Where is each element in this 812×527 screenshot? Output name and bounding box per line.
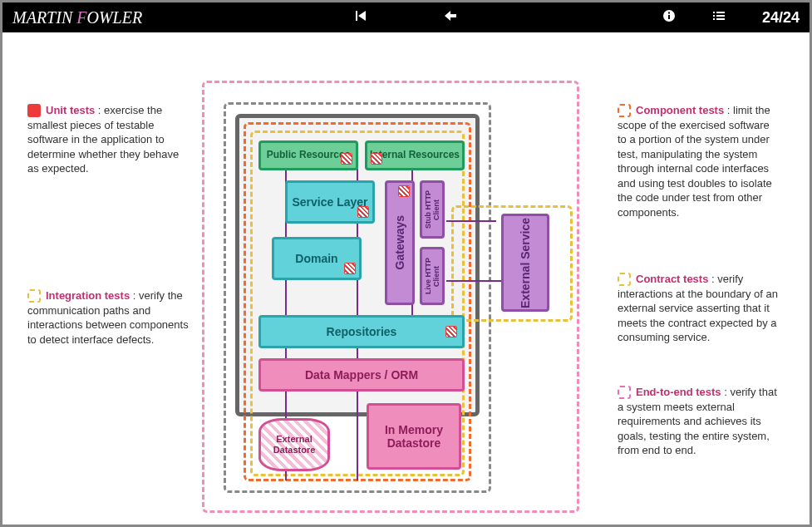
legend-unit-title: Unit tests	[46, 104, 95, 116]
topbar: MARTIN FOWLER 24/24	[2, 2, 810, 32]
page: MARTIN FOWLER 24/24 Unit tests : exercis…	[2, 2, 810, 525]
legend-e2e-title: End-to-end tests	[636, 386, 721, 398]
legend-contract-title: Contract tests	[636, 273, 708, 285]
label-gateways: Gateways	[393, 215, 406, 269]
box-domain: Domain	[272, 237, 362, 280]
brand-part-f: F	[76, 8, 86, 27]
box-in-memory: In Memory Datastore	[367, 403, 461, 470]
legend-contract: Contract tests : verify interactions at …	[618, 272, 780, 345]
legend-component-desc: : limit the scope of the exercised softw…	[618, 104, 772, 219]
swatch-integration-icon	[27, 289, 41, 303]
label-repositories: Repositories	[327, 325, 397, 338]
box-repositories: Repositories	[258, 315, 465, 348]
topbar-right: 24/24	[662, 9, 800, 27]
box-internal-resources: Internal Resources	[365, 140, 465, 170]
svg-rect-4	[668, 12, 670, 14]
nav-controls	[355, 9, 458, 26]
line-h-stub	[446, 220, 496, 222]
swatch-component-icon	[618, 104, 631, 117]
label-public-resources: Public Resources	[267, 150, 351, 161]
brand-logo[interactable]: MARTIN FOWLER	[12, 8, 142, 27]
unit-marker-icon	[357, 206, 369, 218]
box-public-resources: Public Resources	[258, 140, 358, 170]
label-internal-resources: Internal Resources	[370, 150, 460, 161]
back-icon[interactable]	[443, 9, 458, 26]
swatch-contract-icon	[618, 273, 631, 286]
svg-rect-8	[716, 15, 725, 17]
svg-marker-1	[358, 11, 366, 21]
box-service-layer: Service Layer	[285, 180, 375, 224]
svg-rect-9	[713, 18, 715, 20]
box-external-service: External Service	[501, 214, 549, 312]
label-external-datastore: External Datastore	[261, 434, 327, 455]
svg-rect-7	[713, 15, 715, 17]
svg-rect-6	[716, 12, 725, 13]
info-icon[interactable]	[662, 9, 676, 26]
page-counter: 24/24	[762, 9, 800, 27]
unit-marker-icon	[445, 326, 457, 337]
legend-component-title: Component tests	[636, 104, 724, 116]
box-gateways: Gateways	[385, 180, 415, 305]
box-live-http: Live HTTP Client	[420, 247, 445, 305]
box-external-datastore: External Datastore	[258, 418, 330, 471]
box-stub-http: Stub HTTP Client	[420, 180, 445, 239]
svg-rect-5	[713, 12, 715, 13]
unit-marker-icon	[398, 185, 410, 197]
architecture-diagram: Public Resources Internal Resources Serv…	[202, 81, 579, 513]
swatch-e2e-icon	[618, 386, 631, 399]
unit-marker-icon	[341, 153, 352, 165]
label-live-http: Live HTTP Client	[424, 249, 441, 303]
swatch-unit-icon	[27, 104, 41, 117]
legend-component: Component tests : limit the scope of the…	[618, 103, 780, 219]
list-icon[interactable]	[712, 9, 726, 26]
label-in-memory: In Memory Datastore	[369, 423, 459, 450]
brand-part-owler: OWLER	[86, 8, 142, 27]
svg-rect-0	[356, 11, 357, 21]
label-data-mappers: Data Mappers / ORM	[305, 368, 418, 382]
label-external-service: External Service	[519, 218, 532, 308]
brand-part-martin: MARTIN	[12, 8, 76, 27]
legend-unit: Unit tests : exercise the smallest piece…	[27, 103, 189, 176]
legend-e2e: End-to-end tests : verify that a system …	[618, 385, 780, 458]
legend-integration: Integration tests : verify the communica…	[27, 288, 189, 347]
label-service-layer: Service Layer	[292, 195, 367, 209]
unit-marker-icon	[371, 153, 382, 165]
svg-rect-10	[716, 18, 725, 20]
svg-rect-3	[668, 15, 670, 19]
label-stub-http: Stub HTTP Client	[424, 183, 441, 236]
box-data-mappers: Data Mappers / ORM	[258, 358, 465, 392]
app-window: MARTIN FOWLER 24/24 Unit tests : exercis…	[0, 0, 812, 527]
unit-marker-icon	[344, 263, 356, 274]
label-domain: Domain	[295, 252, 337, 265]
legend-integration-title: Integration tests	[46, 289, 130, 302]
first-slide-icon[interactable]	[355, 9, 368, 26]
content-area: Unit tests : exercise the smallest piece…	[2, 32, 810, 525]
